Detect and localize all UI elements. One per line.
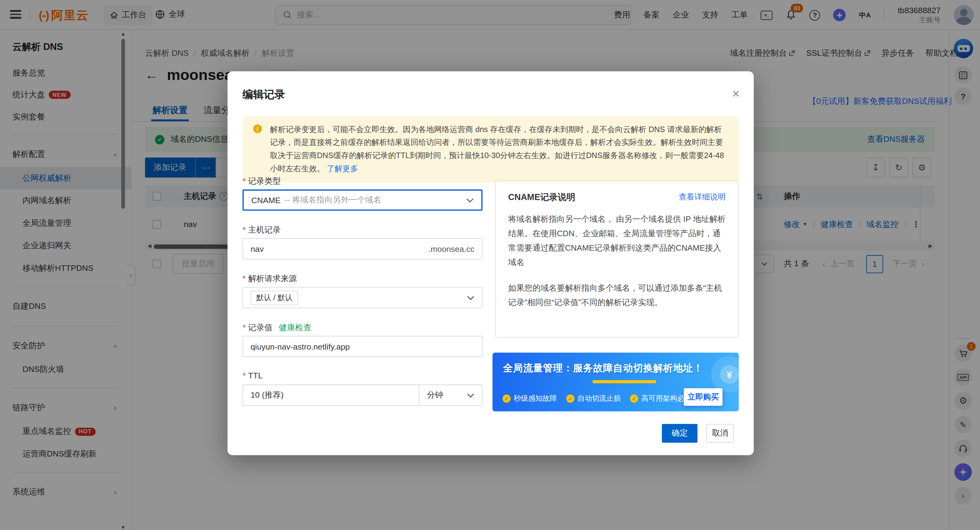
required-asterisk: * [243, 225, 246, 235]
learn-more-link[interactable]: 了解更多 [327, 164, 358, 173]
app-root: (-) 阿里云 工作台 全球 搜索... 费用 备案 企业 支持 工单 >_ 8… [0, 0, 980, 530]
check-icon: ✓ [503, 395, 511, 403]
required-asterisk: * [243, 274, 246, 283]
record-type-label: *记录类型 [243, 175, 281, 187]
cancel-button[interactable]: 取消 [706, 424, 734, 443]
label-text: TTL [248, 371, 262, 380]
record-type-hint: -- 将域名指向另外一个域名 [284, 194, 381, 206]
record-value-input[interactable]: qiuyun-nav-astro.netlify.app [243, 336, 483, 357]
ttl-unit-value: 分钟 [427, 389, 443, 401]
host-record-value: nav [250, 244, 264, 254]
check-label: 秒级感知故障 [514, 394, 557, 403]
ttl-unit-select[interactable]: 分钟 [419, 385, 482, 405]
view-details-link[interactable]: 查看详细说明 [679, 192, 725, 203]
cname-card-paragraph: 将域名解析指向另一个域名， 由另一个域名提供 IP 地址解析结果。在使用CDN、… [508, 212, 725, 270]
label-text: 解析请求来源 [248, 274, 297, 283]
warning-icon: ! [253, 124, 262, 133]
buy-now-button[interactable]: 立即购买 [684, 388, 723, 406]
close-icon[interactable]: ✕ [732, 88, 740, 100]
banner-check-item: ✓秒级感知故障 [503, 394, 557, 403]
required-asterisk: * [243, 323, 246, 332]
ttl-label: *TTL [243, 371, 263, 380]
yen-icon: ¥ [720, 365, 739, 384]
ttl-field: 10 (推荐) 分钟 [243, 385, 483, 406]
ttl-input[interactable]: 10 (推荐) [243, 385, 420, 405]
propagation-warning: ! 解析记录变更后，可能不会立即生效。因为各地网络运营商 dns 存在缓存，在缓… [243, 116, 739, 183]
dns-line-tag: 默认 / 默认 [250, 290, 298, 305]
chevron-down-icon [466, 198, 474, 202]
check-label: 自动切流止损 [578, 394, 621, 403]
dns-line-label: *解析请求来源 [243, 273, 297, 285]
check-icon: ✓ [566, 395, 574, 403]
label-text: 主机记录 [248, 225, 280, 235]
cname-info-card: CNAME记录说明 查看详细说明 将域名解析指向另一个域名， 由另一个域名提供 … [495, 180, 739, 337]
record-type-value: CNAME [251, 196, 280, 205]
chevron-down-icon [467, 393, 474, 397]
label-text: 记录类型 [248, 177, 280, 186]
cname-card-paragraph: 如果您的域名要解析指向多个域名，可以通过添加多条“主机记录”相同但“记录值”不同… [508, 281, 725, 309]
record-value-text: qiuyun-nav-astro.netlify.app [250, 342, 350, 351]
host-record-input[interactable]: nav .moonsea.cc [243, 238, 483, 259]
banner-check-item: ✓自动切流止损 [566, 394, 621, 403]
required-asterisk: * [243, 177, 246, 186]
gtm-promo-banner[interactable]: ¥ 全局流量管理：服务故障自动切换解析地址！ ✓秒级感知故障 ✓自动切流止损 ✓… [492, 353, 739, 411]
banner-check-item: ✓高可用架构必用 [630, 394, 692, 403]
host-record-suffix: .moonsea.cc [428, 244, 474, 254]
banner-underline [593, 380, 656, 383]
edit-record-modal: 编辑记录 ✕ ! 解析记录变更后，可能不会立即生效。因为各地网络运营商 dns … [228, 72, 754, 455]
confirm-button[interactable]: 确定 [662, 424, 697, 443]
banner-title: 全局流量管理：服务故障自动切换解析地址！ [503, 362, 703, 375]
chevron-down-icon [467, 295, 474, 299]
dns-line-select[interactable]: 默认 / 默认 [243, 287, 483, 308]
label-text: 记录值 [248, 323, 272, 332]
record-type-select[interactable]: CNAME -- 将域名指向另外一个域名 [243, 189, 483, 210]
host-record-label: *主机记录 [243, 224, 281, 236]
health-check-link[interactable]: 健康检查 [279, 323, 311, 332]
banner-checks: ✓秒级感知故障 ✓自动切流止损 ✓高可用架构必用 [503, 394, 692, 403]
required-asterisk: * [243, 371, 246, 380]
modal-title: 编辑记录 [243, 88, 285, 102]
check-icon: ✓ [630, 395, 638, 403]
record-value-label: *记录值健康检查 [243, 322, 312, 333]
